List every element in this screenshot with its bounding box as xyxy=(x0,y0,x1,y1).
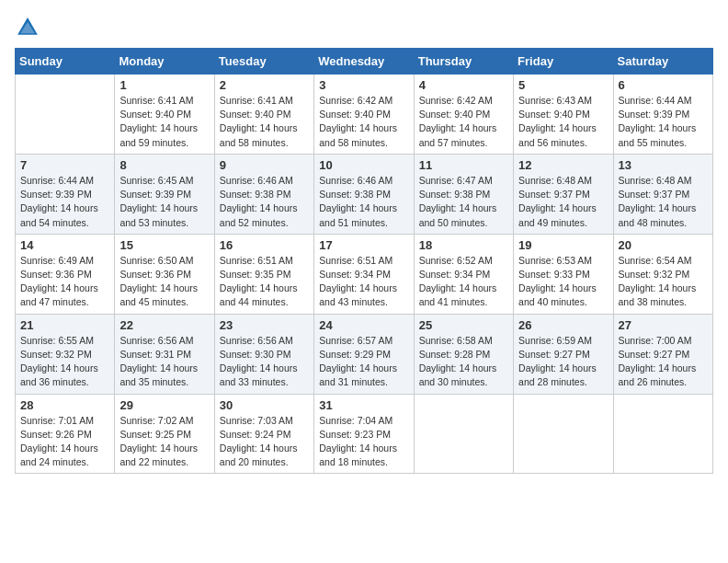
day-info: Sunrise: 7:01 AM Sunset: 9:26 PM Dayligh… xyxy=(20,414,109,470)
col-header-friday: Friday xyxy=(514,49,613,75)
calendar-cell: 20Sunrise: 6:54 AM Sunset: 9:32 PM Dayli… xyxy=(613,234,712,314)
day-info: Sunrise: 6:44 AM Sunset: 9:39 PM Dayligh… xyxy=(20,174,109,230)
calendar-cell: 18Sunrise: 6:52 AM Sunset: 9:34 PM Dayli… xyxy=(414,234,513,314)
day-info: Sunrise: 6:58 AM Sunset: 9:28 PM Dayligh… xyxy=(419,334,508,390)
calendar-cell xyxy=(514,394,613,474)
day-number: 15 xyxy=(119,238,209,252)
calendar-cell: 1Sunrise: 6:41 AM Sunset: 9:40 PM Daylig… xyxy=(115,75,214,155)
day-number: 6 xyxy=(619,78,708,92)
calendar-cell: 27Sunrise: 7:00 AM Sunset: 9:27 PM Dayli… xyxy=(613,314,712,394)
day-number: 7 xyxy=(20,158,109,172)
calendar-cell: 13Sunrise: 6:48 AM Sunset: 9:37 PM Dayli… xyxy=(613,154,712,234)
day-number: 31 xyxy=(319,398,408,412)
day-number: 25 xyxy=(419,318,508,332)
day-number: 12 xyxy=(518,158,608,172)
day-number: 28 xyxy=(20,398,109,412)
day-info: Sunrise: 6:52 AM Sunset: 9:34 PM Dayligh… xyxy=(419,254,508,310)
day-number: 13 xyxy=(619,158,708,172)
calendar-cell: 14Sunrise: 6:49 AM Sunset: 9:36 PM Dayli… xyxy=(16,234,115,314)
calendar-week-row: 7Sunrise: 6:44 AM Sunset: 9:39 PM Daylig… xyxy=(16,154,713,234)
day-number: 1 xyxy=(119,78,209,92)
day-info: Sunrise: 6:51 AM Sunset: 9:35 PM Dayligh… xyxy=(220,254,309,310)
day-number: 29 xyxy=(119,398,209,412)
day-info: Sunrise: 6:48 AM Sunset: 9:37 PM Dayligh… xyxy=(518,174,608,230)
day-info: Sunrise: 6:46 AM Sunset: 9:38 PM Dayligh… xyxy=(319,174,408,230)
day-info: Sunrise: 6:56 AM Sunset: 9:30 PM Dayligh… xyxy=(220,334,309,390)
day-number: 30 xyxy=(220,398,309,412)
day-number: 2 xyxy=(220,78,309,92)
day-number: 27 xyxy=(619,318,708,332)
calendar-cell: 2Sunrise: 6:41 AM Sunset: 9:40 PM Daylig… xyxy=(214,75,313,155)
day-info: Sunrise: 6:54 AM Sunset: 9:32 PM Dayligh… xyxy=(619,254,708,310)
calendar-cell: 9Sunrise: 6:46 AM Sunset: 9:38 PM Daylig… xyxy=(214,154,313,234)
day-info: Sunrise: 6:49 AM Sunset: 9:36 PM Dayligh… xyxy=(20,254,109,310)
day-info: Sunrise: 6:59 AM Sunset: 9:27 PM Dayligh… xyxy=(518,334,608,390)
col-header-tuesday: Tuesday xyxy=(214,49,313,75)
day-info: Sunrise: 7:04 AM Sunset: 9:23 PM Dayligh… xyxy=(319,414,408,470)
col-header-sunday: Sunday xyxy=(16,49,115,75)
day-info: Sunrise: 6:53 AM Sunset: 9:33 PM Dayligh… xyxy=(518,254,608,310)
calendar-cell xyxy=(613,394,712,474)
col-header-monday: Monday xyxy=(115,49,214,75)
day-info: Sunrise: 6:45 AM Sunset: 9:39 PM Dayligh… xyxy=(119,174,209,230)
calendar-cell: 25Sunrise: 6:58 AM Sunset: 9:28 PM Dayli… xyxy=(414,314,513,394)
day-info: Sunrise: 7:00 AM Sunset: 9:27 PM Dayligh… xyxy=(619,334,708,390)
day-info: Sunrise: 6:48 AM Sunset: 9:37 PM Dayligh… xyxy=(619,174,708,230)
calendar-cell: 22Sunrise: 6:56 AM Sunset: 9:31 PM Dayli… xyxy=(115,314,214,394)
calendar-cell: 30Sunrise: 7:03 AM Sunset: 9:24 PM Dayli… xyxy=(214,394,313,474)
day-info: Sunrise: 7:02 AM Sunset: 9:25 PM Dayligh… xyxy=(119,414,209,470)
day-number: 9 xyxy=(220,158,309,172)
calendar-cell: 21Sunrise: 6:55 AM Sunset: 9:32 PM Dayli… xyxy=(16,314,115,394)
day-info: Sunrise: 6:43 AM Sunset: 9:40 PM Dayligh… xyxy=(518,94,608,150)
day-number: 21 xyxy=(20,318,109,332)
day-info: Sunrise: 6:47 AM Sunset: 9:38 PM Dayligh… xyxy=(419,174,508,230)
calendar-cell: 24Sunrise: 6:57 AM Sunset: 9:29 PM Dayli… xyxy=(314,314,414,394)
calendar-cell: 19Sunrise: 6:53 AM Sunset: 9:33 PM Dayli… xyxy=(514,234,613,314)
col-header-thursday: Thursday xyxy=(414,49,513,75)
day-info: Sunrise: 6:56 AM Sunset: 9:31 PM Dayligh… xyxy=(119,334,209,390)
calendar-header-row: SundayMondayTuesdayWednesdayThursdayFrid… xyxy=(16,49,713,75)
day-number: 5 xyxy=(518,78,608,92)
calendar-cell: 5Sunrise: 6:43 AM Sunset: 9:40 PM Daylig… xyxy=(514,75,613,155)
day-number: 8 xyxy=(119,158,209,172)
calendar-cell: 4Sunrise: 6:42 AM Sunset: 9:40 PM Daylig… xyxy=(414,75,513,155)
calendar-week-row: 14Sunrise: 6:49 AM Sunset: 9:36 PM Dayli… xyxy=(16,234,713,314)
day-info: Sunrise: 6:57 AM Sunset: 9:29 PM Dayligh… xyxy=(319,334,408,390)
calendar-cell: 29Sunrise: 7:02 AM Sunset: 9:25 PM Dayli… xyxy=(115,394,214,474)
page-header xyxy=(15,15,713,40)
col-header-saturday: Saturday xyxy=(613,49,712,75)
day-info: Sunrise: 6:41 AM Sunset: 9:40 PM Dayligh… xyxy=(220,94,309,150)
day-number: 19 xyxy=(518,238,608,252)
day-number: 18 xyxy=(419,238,508,252)
calendar-cell: 16Sunrise: 6:51 AM Sunset: 9:35 PM Dayli… xyxy=(214,234,313,314)
calendar-cell: 11Sunrise: 6:47 AM Sunset: 9:38 PM Dayli… xyxy=(414,154,513,234)
calendar-cell: 28Sunrise: 7:01 AM Sunset: 9:26 PM Dayli… xyxy=(16,394,115,474)
day-info: Sunrise: 6:55 AM Sunset: 9:32 PM Dayligh… xyxy=(20,334,109,390)
day-number: 3 xyxy=(319,78,408,92)
col-header-wednesday: Wednesday xyxy=(314,49,414,75)
calendar-cell: 26Sunrise: 6:59 AM Sunset: 9:27 PM Dayli… xyxy=(514,314,613,394)
calendar-cell: 10Sunrise: 6:46 AM Sunset: 9:38 PM Dayli… xyxy=(314,154,414,234)
calendar-cell: 15Sunrise: 6:50 AM Sunset: 9:36 PM Dayli… xyxy=(115,234,214,314)
calendar-cell: 3Sunrise: 6:42 AM Sunset: 9:40 PM Daylig… xyxy=(314,75,414,155)
day-info: Sunrise: 6:46 AM Sunset: 9:38 PM Dayligh… xyxy=(220,174,309,230)
calendar-week-row: 1Sunrise: 6:41 AM Sunset: 9:40 PM Daylig… xyxy=(16,75,713,155)
calendar-week-row: 28Sunrise: 7:01 AM Sunset: 9:26 PM Dayli… xyxy=(16,394,713,474)
day-number: 23 xyxy=(220,318,309,332)
day-number: 4 xyxy=(419,78,508,92)
calendar-cell: 6Sunrise: 6:44 AM Sunset: 9:39 PM Daylig… xyxy=(613,75,712,155)
calendar-table: SundayMondayTuesdayWednesdayThursdayFrid… xyxy=(15,48,713,474)
calendar-cell xyxy=(414,394,513,474)
day-info: Sunrise: 6:50 AM Sunset: 9:36 PM Dayligh… xyxy=(119,254,209,310)
day-number: 26 xyxy=(518,318,608,332)
calendar-cell: 12Sunrise: 6:48 AM Sunset: 9:37 PM Dayli… xyxy=(514,154,613,234)
day-info: Sunrise: 6:41 AM Sunset: 9:40 PM Dayligh… xyxy=(119,94,209,150)
calendar-cell: 8Sunrise: 6:45 AM Sunset: 9:39 PM Daylig… xyxy=(115,154,214,234)
day-info: Sunrise: 6:42 AM Sunset: 9:40 PM Dayligh… xyxy=(319,94,408,150)
day-number: 11 xyxy=(419,158,508,172)
logo-icon xyxy=(15,15,40,40)
day-number: 10 xyxy=(319,158,408,172)
calendar-cell: 17Sunrise: 6:51 AM Sunset: 9:34 PM Dayli… xyxy=(314,234,414,314)
day-number: 20 xyxy=(619,238,708,252)
logo xyxy=(15,15,44,40)
